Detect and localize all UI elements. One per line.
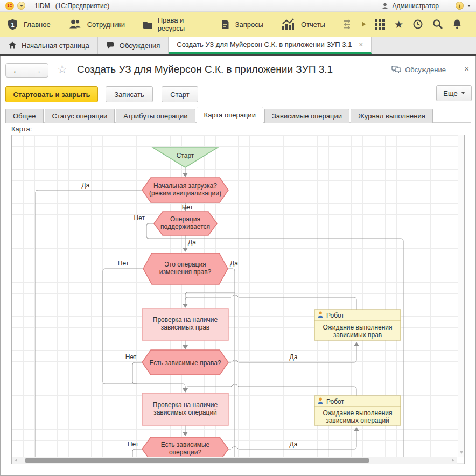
expand-arrow-icon[interactable]	[362, 22, 366, 27]
start-and-close-button[interactable]: Стартовать и закрыть	[5, 86, 98, 102]
node-start-label: Старт	[177, 152, 194, 159]
tab-execution-log[interactable]: Журнал выполнения	[351, 109, 433, 123]
write-button[interactable]: Записать	[106, 86, 153, 102]
section-label: Права и ресурсы	[158, 16, 204, 32]
divider	[30, 2, 30, 10]
horizontal-scroll-thumb[interactable]	[25, 458, 369, 463]
edge-label-yes: Да	[188, 239, 196, 246]
apps-grid-icon[interactable]	[375, 19, 385, 30]
svg-text:(режим инициализации): (режим инициализации)	[149, 190, 221, 197]
tab-general[interactable]: Общее	[5, 109, 44, 123]
main-menu-button[interactable]	[17, 2, 25, 10]
form-tab-strip: Общее Статус операции Атрибуты операции …	[5, 107, 471, 123]
node-start[interactable]: Старт	[153, 148, 218, 167]
node-has-dependent-rights[interactable]: Есть зависимые права?	[142, 350, 228, 375]
horizontal-scrollbar[interactable]	[12, 457, 457, 464]
scroll-right-icon[interactable]	[452, 459, 454, 462]
start-button[interactable]: Старт	[162, 86, 198, 102]
node-check-dependent-operations[interactable]: Проверка на наличие зависимых операций	[142, 393, 228, 425]
edge-into-check-rights	[185, 292, 235, 304]
node-robot-wait-operations[interactable]: Робот Ожидание выполнения зависимых опер…	[314, 396, 401, 425]
edge-label-no: Нет	[182, 204, 193, 211]
node-check-dependent-rights[interactable]: Проверка на наличие зависимых прав	[142, 309, 228, 340]
scroll-down-icon[interactable]	[460, 451, 463, 454]
app-logo-icon: 1С	[5, 2, 14, 10]
tab-create-account[interactable]: Создать УЗ для Муйерсон С.К. в приложени…	[169, 37, 372, 54]
section-requests[interactable]: Запросы	[221, 19, 263, 30]
discussion-link[interactable]: Обсуждение	[391, 66, 446, 74]
navigation-buttons: ← →	[5, 63, 48, 78]
svg-text:Есть зависимые права?: Есть зависимые права?	[149, 359, 221, 367]
edge-label-yes: Да	[230, 260, 238, 267]
edge-rights-change-yes-vertical	[228, 269, 235, 464]
node-robot-wait-rights[interactable]: Робот Ожидание выполнения зависимых прав	[314, 310, 401, 340]
folder-icon	[143, 20, 152, 29]
svg-text:Это операция: Это операция	[164, 261, 206, 268]
home-icon	[8, 41, 17, 49]
favorite-star-icon[interactable]: ☆	[57, 63, 67, 76]
svg-text:Ожидание выполнения: Ожидание выполнения	[323, 409, 392, 417]
section-label: Запросы	[235, 20, 263, 29]
history-icon[interactable]	[412, 19, 423, 30]
section-reports[interactable]: Отчеты	[281, 18, 325, 30]
edge-label-no: Нет	[125, 353, 137, 361]
favorites-icon[interactable]: ★	[394, 19, 403, 30]
edge-label-yes: Да	[290, 440, 298, 448]
tab-close-icon[interactable]: ×	[359, 40, 363, 48]
people-icon	[68, 19, 81, 30]
tab-operation-attributes[interactable]: Атрибуты операции	[116, 109, 195, 123]
info-icon[interactable]: i	[456, 2, 464, 10]
tab-dependent-operations[interactable]: Зависимые операции	[264, 109, 349, 123]
app-suffix: (1С:Предприятие)	[55, 2, 110, 10]
tab-label: Начальная страница	[22, 41, 89, 50]
chevron-down-icon	[20, 5, 23, 7]
section-rights-resources[interactable]: Права и ресурсы	[143, 16, 203, 32]
tab-label: Обсуждения	[120, 41, 160, 50]
node-initial-load[interactable]: Начальная загрузка? (режим инициализации…	[142, 178, 228, 202]
user-icon	[382, 3, 388, 9]
scroll-left-icon[interactable]	[15, 459, 17, 462]
svg-text:Проверка на наличие: Проверка на наличие	[153, 401, 218, 409]
panel-settings-icon[interactable]	[343, 19, 353, 29]
section-label: Отчеты	[301, 20, 325, 29]
forward-button[interactable]: →	[27, 64, 48, 77]
vertical-scrollbar[interactable]	[458, 135, 464, 457]
svg-text:Операция: Операция	[170, 215, 200, 223]
edge-label-yes: Да	[290, 353, 298, 361]
svg-text:Проверка на наличие: Проверка на наличие	[153, 316, 218, 324]
divider	[0, 54, 476, 56]
svg-text:зависимых прав: зависимых прав	[161, 324, 209, 331]
discussion-icon	[391, 66, 401, 74]
node-is-rights-change[interactable]: Это операция изменения прав?	[143, 253, 228, 284]
chevron-down-icon[interactable]	[467, 5, 471, 7]
tab-operation-map[interactable]: Карта операции	[197, 107, 263, 123]
more-button[interactable]: Еще	[436, 85, 472, 101]
search-icon[interactable]	[432, 19, 443, 30]
section-employees[interactable]: Сотрудники	[68, 19, 125, 30]
tab-operation-status[interactable]: Статус операции	[45, 109, 115, 123]
divider	[447, 2, 447, 10]
more-label: Еще	[443, 89, 457, 97]
edge-label-yes: Да	[82, 181, 90, 189]
svg-text:поддерживается: поддерживается	[160, 223, 210, 230]
tab-discussions[interactable]: Обсуждения	[98, 37, 169, 54]
operation-map[interactable]: Да Нет Нет Да Нет Да Нет Да Нет Да Старт…	[11, 135, 465, 464]
chevron-down-icon	[461, 92, 465, 94]
section-bar: 1 Главное Сотрудники Права и ресурсы Зап…	[0, 12, 476, 37]
svg-text:зависимых операций: зависимых операций	[153, 409, 217, 416]
notifications-icon[interactable]	[452, 19, 462, 30]
svg-text:Начальная загрузка?: Начальная загрузка?	[153, 182, 217, 190]
robot-title: Робот	[326, 312, 344, 319]
svg-text:1: 1	[11, 21, 14, 27]
edge-label-no: Нет	[118, 260, 129, 267]
node-operation-supported[interactable]: Операция поддерживается	[154, 212, 217, 235]
edge-robot-rights-return	[185, 295, 356, 310]
tab-home-page[interactable]: Начальная страница	[0, 37, 98, 54]
discussion-label: Обсуждение	[405, 66, 446, 74]
section-main[interactable]: 1 Главное	[8, 19, 51, 30]
edge-label-no: Нет	[134, 214, 145, 222]
back-button[interactable]: ←	[6, 64, 27, 77]
robot-title: Робот	[326, 398, 344, 405]
document-icon	[221, 19, 229, 30]
close-button[interactable]: ×	[464, 64, 469, 73]
